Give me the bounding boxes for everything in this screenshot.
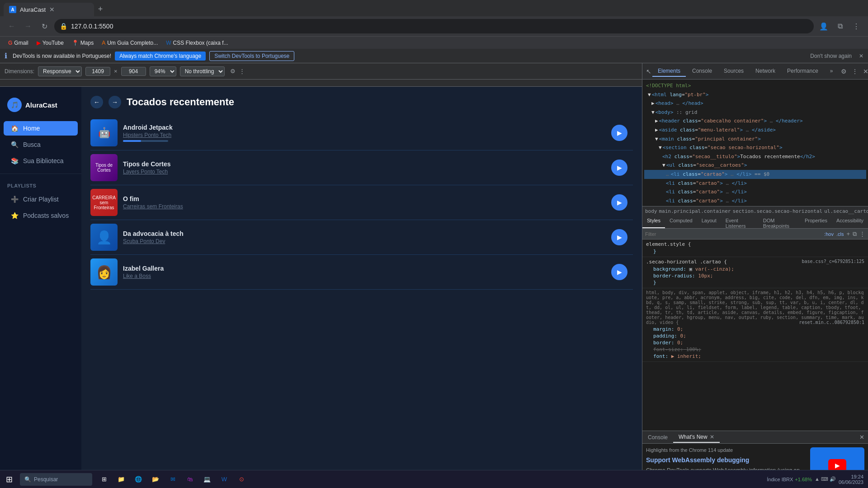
bottom-panel-close-icon[interactable]: ✕ <box>859 434 864 441</box>
extensions-icon[interactable]: ⧉ <box>834 20 846 33</box>
always-match-button[interactable]: Always match Chrome's language <box>115 52 206 61</box>
prev-arrow[interactable]: ← <box>90 96 103 108</box>
style-source-link[interactable]: base.css?_c=6792851:125 <box>802 259 864 264</box>
filter-cls-pseudo[interactable]: .cls <box>836 231 844 237</box>
html-line-li4[interactable]: <li class="cartao"> … </li> <box>644 197 866 206</box>
whatsnew-tab-close[interactable]: ✕ <box>710 434 714 440</box>
taskbar-item-mail[interactable]: ✉ <box>165 471 181 488</box>
style-prop-border[interactable]: border: 0; <box>646 339 864 346</box>
height-input[interactable] <box>121 67 146 76</box>
breadcrumb-section[interactable]: section.secao.secao-horizontal <box>732 208 822 214</box>
devtools-pointer-icon[interactable]: ↖ <box>646 67 651 76</box>
style-prop-border-radius[interactable]: border-radius: 10px; <box>646 272 864 279</box>
tab-close-btn[interactable]: ✕ <box>49 6 55 13</box>
more-options-icon[interactable]: ⋮ <box>850 20 863 33</box>
switch-language-button[interactable]: Switch DevTools to Portuguese <box>209 51 294 61</box>
taskbar-item-chrome[interactable]: ⊙ <box>233 471 250 488</box>
forward-button[interactable]: → <box>22 20 34 33</box>
bookmark-alura[interactable]: A Um Guia Completo... <box>98 39 161 47</box>
sidebar-item-home[interactable]: 🏠 Home <box>4 121 78 136</box>
bookmark-maps[interactable]: 📍 Maps <box>68 39 97 47</box>
style-prop-margin[interactable]: margin: 0; <box>646 326 864 333</box>
style-prop-padding[interactable]: padding: 0; <box>646 333 864 339</box>
new-tab-button[interactable]: + <box>94 3 107 15</box>
tab-styles[interactable]: Styles <box>642 216 665 228</box>
taskbar-item-folder[interactable]: 📂 <box>147 471 164 488</box>
taskbar-item-store[interactable]: 🛍 <box>182 471 198 488</box>
next-arrow[interactable]: → <box>108 96 121 108</box>
html-line-body[interactable]: ▼<body> :: grid <box>644 108 866 117</box>
html-line-section[interactable]: ▼<section class="secao secao-horizontal"… <box>644 143 866 152</box>
reset-source-link[interactable]: reset.min.c..086792850:1 <box>799 320 865 325</box>
throttling-select[interactable]: No throttling <box>180 66 225 76</box>
podcasts-salvos[interactable]: ⭐ Podcasts salvos <box>4 208 78 223</box>
play-button[interactable]: ▶ <box>611 264 627 280</box>
settings-icon[interactable]: ⚙ <box>230 68 236 75</box>
taskbar-item-edge[interactable]: 🌐 <box>130 471 146 488</box>
tab-computed[interactable]: Computed <box>665 216 697 228</box>
back-button[interactable]: ← <box>5 20 18 33</box>
style-prop-font-size-strike[interactable]: font-size: 100%; <box>646 346 864 353</box>
tab-more[interactable]: » <box>825 66 839 77</box>
tab-performance[interactable]: Performance <box>782 66 824 77</box>
play-button[interactable]: ▶ <box>611 194 627 211</box>
bookmark-youtube[interactable]: ▶ YouTube <box>33 39 67 47</box>
play-button[interactable]: ▶ <box>611 229 627 245</box>
tab-elements[interactable]: Elements <box>652 66 686 77</box>
active-tab[interactable]: A AluraCast ✕ <box>4 3 94 16</box>
banner-close-icon[interactable]: ✕ <box>859 53 863 59</box>
taskbar-item-explorer[interactable]: 📁 <box>113 471 129 488</box>
tab-dom-breakpoints[interactable]: DOM Breakpoints <box>759 216 800 228</box>
html-line-head[interactable]: ▶<head> … </head> <box>644 99 866 108</box>
play-button[interactable]: ▶ <box>611 125 627 141</box>
dont-show-again[interactable]: Don't show again <box>810 53 852 59</box>
profile-icon[interactable]: 👤 <box>817 20 830 33</box>
html-line-li2[interactable]: <li class="cartao"> … </li> <box>644 179 866 188</box>
styles-filter-input[interactable] <box>645 231 821 237</box>
copy-style-icon[interactable]: ⧉ <box>853 230 857 238</box>
bookmark-css[interactable]: W CSS Flexbox (caixa f... <box>162 39 231 47</box>
html-line-li3[interactable]: <li class="cartao"> … </li> <box>644 188 866 197</box>
html-line-li1[interactable]: …<li class="cartao"> … </li> == $0 <box>644 170 866 179</box>
width-input[interactable] <box>85 67 110 76</box>
taskbar-item-vscode[interactable]: 💻 <box>199 471 215 488</box>
taskbar-search[interactable]: 🔍 Pesquisar <box>20 473 92 486</box>
more-icon[interactable]: ⋮ <box>239 68 245 75</box>
breadcrumb-body[interactable]: body <box>645 208 657 214</box>
add-style-icon[interactable]: + <box>846 230 850 237</box>
html-line-ul[interactable]: ▼<ul class="secao__cartoes"> <box>644 161 866 170</box>
bookmark-gmail[interactable]: G Gmail <box>5 39 32 47</box>
dimensions-select[interactable]: Responsive <box>38 66 82 76</box>
sidebar-item-biblioteca[interactable]: 📚 Sua Biblioteca <box>4 154 78 168</box>
criar-playlist[interactable]: ➕ Criar Playlist <box>4 192 78 206</box>
devtools-close-icon[interactable]: ✕ <box>861 67 868 76</box>
style-prop[interactable]: } <box>646 248 864 255</box>
more-style-icon[interactable]: ⋮ <box>859 230 865 237</box>
tab-layout[interactable]: Layout <box>697 216 721 228</box>
html-line-aside[interactable]: ▶<aside class="menu-lateral"> … </aside> <box>644 126 866 135</box>
taskbar-item-word[interactable]: W <box>216 471 232 488</box>
tab-network[interactable]: Network <box>750 66 781 77</box>
filter-hov-pseudo[interactable]: :hov <box>824 231 834 237</box>
devtools-settings-icon[interactable]: ⚙ <box>840 67 849 76</box>
tab-whatsnew[interactable]: What's New ✕ <box>673 432 720 443</box>
start-button[interactable]: ⊞ <box>0 470 18 488</box>
devtools-more-icon[interactable]: ⋮ <box>850 67 859 76</box>
tab-sources[interactable]: Sources <box>718 66 749 77</box>
address-bar[interactable]: 🔒 127.0.0.1:5500 <box>54 19 814 33</box>
breadcrumb-ul[interactable]: ul.secao__cartoes <box>824 208 868 214</box>
style-prop-font[interactable]: font: ▶ inherit; <box>646 353 864 360</box>
taskbar-item-start[interactable]: ⊞ <box>96 471 112 488</box>
zoom-select[interactable]: 94% <box>150 66 176 76</box>
play-button[interactable]: ▶ <box>611 160 627 176</box>
html-line-h2[interactable]: <h2 class="secao__titulo">Tocados recent… <box>644 152 866 161</box>
tab-console-bottom[interactable]: Console <box>642 432 673 442</box>
tab-event-listeners[interactable]: Event Listeners <box>721 216 759 228</box>
tab-accessibility[interactable]: Accessibility <box>832 216 868 228</box>
sidebar-item-busca[interactable]: 🔍 Busca <box>4 137 78 152</box>
tab-properties[interactable]: Properties <box>800 216 832 228</box>
html-line-header[interactable]: ▶<header class="cabecalho container"> … … <box>644 117 866 126</box>
style-prop-background[interactable]: background: ▣ var(--cinza); <box>646 266 864 272</box>
breadcrumb-main[interactable]: main.principal.container <box>659 208 731 214</box>
tab-console[interactable]: Console <box>687 66 717 77</box>
